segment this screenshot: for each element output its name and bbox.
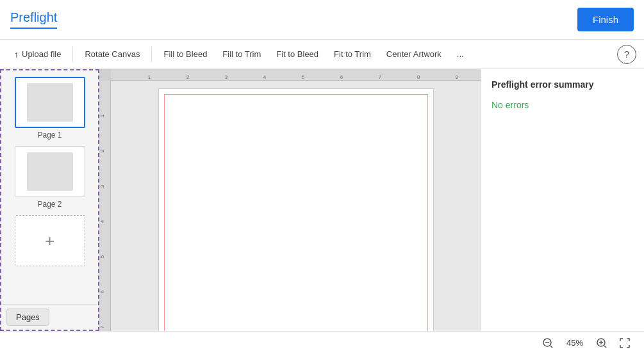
pages-panel: Page 1 Page 2 + <box>1 70 98 304</box>
svg-line-2 <box>550 346 552 348</box>
fill-to-bleed-button[interactable]: Fill to Bleed <box>157 45 213 63</box>
svg-line-6 <box>604 346 606 348</box>
no-errors-status: No errors <box>491 100 634 110</box>
ruler-corner <box>99 69 111 81</box>
main-area: Page 1 Page 2 + Pages 1 2 3 4 5 6 <box>0 69 644 331</box>
ruler-tick-v-6: 6 <box>99 291 110 293</box>
ruler-tick-v-2: 2 <box>99 150 110 152</box>
center-artwork-button[interactable]: Center Artwork <box>380 45 448 63</box>
ruler-tick-h-3: 3 <box>225 74 227 80</box>
canvas-page <box>158 88 434 331</box>
ruler-tick-h-8: 8 <box>417 74 420 80</box>
zoom-level: 45% <box>562 338 588 348</box>
canvas-area: 1 2 3 4 5 6 7 8 9 10 11 1 2 3 4 5 6 7 <box>99 69 481 331</box>
ruler-tick-h-9: 9 <box>456 74 458 80</box>
zoom-out-icon <box>542 337 554 349</box>
pages-footer: Pages <box>1 304 98 330</box>
ruler-tick-v-4: 4 <box>99 220 110 223</box>
separator-2 <box>151 47 152 62</box>
fill-to-trim-button[interactable]: Fill to Trim <box>216 45 267 63</box>
finish-button[interactable]: Finish <box>577 8 634 31</box>
add-page-button[interactable]: + <box>15 215 85 266</box>
ruler-tick-h-5: 5 <box>302 74 304 80</box>
page-thumb-2[interactable]: Page 2 <box>13 146 87 209</box>
more-options-button[interactable]: ... <box>450 45 470 63</box>
upload-file-label: Upload file <box>22 49 61 59</box>
zoom-in-icon <box>596 337 607 349</box>
fullscreen-icon <box>619 337 631 349</box>
ruler-tick-h-1: 1 <box>148 74 151 80</box>
separator-1 <box>72 47 73 62</box>
left-panel: Page 1 Page 2 + Pages <box>0 69 99 331</box>
ruler-tick-h-2: 2 <box>186 74 189 80</box>
error-summary-title: Preflight error summary <box>491 79 634 90</box>
ruler-horizontal: 1 2 3 4 5 6 7 8 9 10 11 <box>111 69 481 81</box>
upload-file-button[interactable]: ↑ Upload file <box>8 45 67 63</box>
bottom-bar: 45% <box>0 331 644 354</box>
thumb-inner-1 <box>27 83 73 122</box>
page-thumbnail-2 <box>15 146 85 197</box>
toolbar: ↑ Upload file Rotate Canvas Fill to Blee… <box>0 40 644 69</box>
ruler-tick-h-6: 6 <box>340 74 343 80</box>
ruler-tick-v-5: 5 <box>99 255 110 258</box>
fit-to-bleed-button[interactable]: Fit to Bleed <box>270 45 325 63</box>
page-thumbnail-1 <box>15 77 85 128</box>
zoom-in-button[interactable] <box>593 334 611 352</box>
help-button[interactable]: ? <box>617 45 636 64</box>
ruler-tick-v-3: 3 <box>99 185 110 188</box>
bleed-border <box>164 94 428 331</box>
page-label-2: Page 2 <box>37 200 62 209</box>
app-title: Preflight <box>10 10 57 29</box>
ruler-tick-v-7: 7 <box>99 326 110 328</box>
thumb-inner-2 <box>27 152 73 191</box>
ruler-tick-h-4: 4 <box>263 74 266 80</box>
rotate-canvas-button[interactable]: Rotate Canvas <box>78 45 146 63</box>
canvas-content <box>111 81 481 331</box>
header: Preflight Finish <box>0 0 644 40</box>
upload-icon: ↑ <box>14 49 19 60</box>
pages-tab-button[interactable]: Pages <box>6 309 49 326</box>
page-thumb-1[interactable]: Page 1 <box>13 77 87 140</box>
ruler-vertical: 1 2 3 4 5 6 7 <box>99 81 111 331</box>
page-label-1: Page 1 <box>37 131 62 140</box>
zoom-out-button[interactable] <box>539 334 557 352</box>
fullscreen-button[interactable] <box>616 334 634 352</box>
ruler-tick-h-7: 7 <box>379 74 381 80</box>
add-page-icon: + <box>45 231 54 251</box>
ruler-tick-v-1: 1 <box>99 115 110 117</box>
fit-to-trim-button[interactable]: Fit to Trim <box>327 45 377 63</box>
right-panel: Preflight error summary No errors <box>481 69 644 331</box>
